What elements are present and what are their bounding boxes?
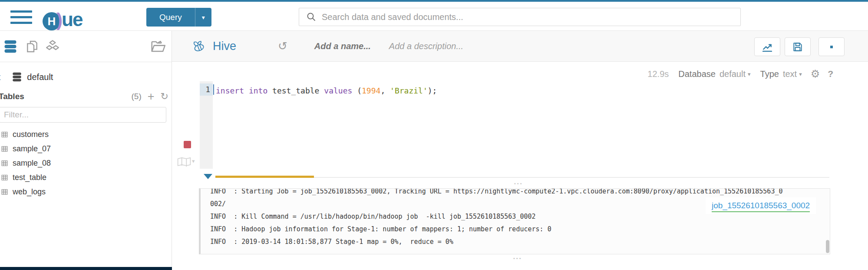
global-search [299,8,741,26]
log-line: INFO : Hadoop job information for Stage-… [210,223,830,236]
menu-bar [10,16,32,18]
sql-keyword: values [324,86,352,95]
tables-count: (5) [132,92,142,101]
table-icon [1,145,8,153]
stop-execution-button[interactable] [184,141,191,148]
query-button-label[interactable]: Query [146,8,195,27]
job-link[interactable]: job_1552610185563_0002 [712,201,810,212]
table-filter [0,107,166,123]
table-icon [1,188,8,196]
sql-punct: ( [352,86,362,95]
refresh-icon[interactable]: ↻ [161,91,168,102]
sql-space [319,86,324,95]
map-caret-icon[interactable]: ▾ [192,158,195,164]
snippet-resize-handle[interactable]: ••• [513,256,522,261]
table-name[interactable]: sample_07 [13,144,51,153]
database-icon [11,71,23,83]
header-buttons [754,37,845,56]
database-select[interactable]: default [719,69,746,79]
sql-punct: , [380,86,390,95]
snippet-settings-bar: 12.9s Database default ▾ Type text ▾ ⚙ ? [647,66,833,82]
sql-number: 1994 [362,86,380,95]
type-label: Type [760,69,779,79]
help-icon[interactable]: ? [828,69,833,79]
left-assist-panel: ‹ default Tables (5) + ↻ customers [0,30,172,270]
sidebar-bottom-strip [0,267,172,270]
gear-icon[interactable]: ⚙ [811,68,820,80]
snippet-description-placeholder[interactable]: Add a description... [389,41,463,51]
chart-icon [761,41,773,53]
hue-logo[interactable]: H ) ue [43,11,82,31]
hue-editor-page: H ) ue Query ▾ [0,0,868,270]
log-line: INFO : 2019-03-14 18:01:58,877 Stage-1 m… [210,236,830,248]
database-label: Database [678,69,716,79]
folder-icon[interactable] [150,38,166,55]
databases-icon[interactable] [3,39,18,54]
log-resize-handle[interactable]: ••• [514,181,523,186]
execution-duration: 12.9s [647,69,669,79]
search-icon [306,12,317,22]
chevron-down-icon[interactable]: ▾ [748,71,751,77]
sql-keyword: into [249,86,267,95]
table-name[interactable]: sample_08 [13,159,51,168]
query-dropdown-caret[interactable]: ▾ [195,8,211,27]
save-button[interactable] [785,37,811,56]
sql-identifier: test_table [272,86,319,95]
cubes-icon[interactable] [45,39,60,54]
topbar: H ) ue Query ▾ [0,2,868,30]
table-icon [1,131,8,138]
database-breadcrumb[interactable]: ‹ default [0,71,53,83]
collapse-triangle-icon[interactable] [204,174,212,179]
hue-logo-text: ue [62,9,82,30]
engine-title: Hive [213,40,236,53]
map-icon[interactable] [177,157,191,167]
table-row-web-logs[interactable]: web_logs [0,185,169,199]
sql-string: 'Brazil' [390,86,428,95]
sql-space [267,86,272,95]
table-name[interactable]: customers [13,130,49,139]
query-button[interactable]: Query ▾ [146,8,211,27]
table-row-test-table[interactable]: test_table [0,170,169,185]
tables-header-row: Tables (5) + ↻ [0,91,168,102]
table-icon [1,160,8,167]
sql-space [244,86,249,95]
sql-punct: ); [428,86,437,95]
log-scrollbar-thumb[interactable] [826,240,829,253]
table-name[interactable]: test_table [13,173,46,182]
hive-icon [191,39,207,53]
table-row-sample-08[interactable]: sample_08 [0,156,169,170]
progress-bar [215,176,314,178]
editor-panel: Hive ↺ Add a name... Add a description..… [172,30,868,270]
query-history-icon[interactable]: ↺ [278,40,287,53]
menu-icon[interactable] [10,10,32,24]
table-list: customers sample_07 sample_08 test_table… [0,127,169,199]
menu-bar [10,22,32,24]
type-select[interactable]: text [783,69,797,79]
table-row-customers[interactable]: customers [0,127,169,142]
table-icon [1,174,8,181]
snippet-name-placeholder[interactable]: Add a name... [314,41,371,51]
tables-header: Tables [0,92,24,101]
sql-keyword: insert [216,86,244,95]
save-icon [792,41,803,53]
text-cursor [213,84,214,95]
job-badge: job_1552610185563_0002 [706,197,816,214]
search-input[interactable] [322,12,740,22]
line-number: 1 [200,83,213,96]
documents-icon[interactable] [25,40,39,53]
table-filter-input[interactable] [0,110,166,120]
log-line: INFO : Starting Job = job_1552610185563_… [210,188,830,198]
execution-logs[interactable]: INFO : Starting Job = job_1552610185563_… [199,188,830,254]
table-row-sample-07[interactable]: sample_07 [0,142,169,156]
chart-button[interactable] [754,37,780,56]
menu-bar [10,10,32,13]
sql-statement[interactable]: insert into test_table values (1994, 'Br… [216,85,437,97]
table-name[interactable]: web_logs [13,187,46,197]
more-actions-button[interactable] [818,37,845,56]
database-name[interactable]: default [27,72,53,82]
chevron-left-icon[interactable]: ‹ [0,71,1,83]
add-table-icon[interactable]: + [148,92,155,101]
chevron-down-icon[interactable]: ▾ [799,71,802,77]
kebab-icon [830,46,833,48]
assist-tabs [0,31,172,62]
